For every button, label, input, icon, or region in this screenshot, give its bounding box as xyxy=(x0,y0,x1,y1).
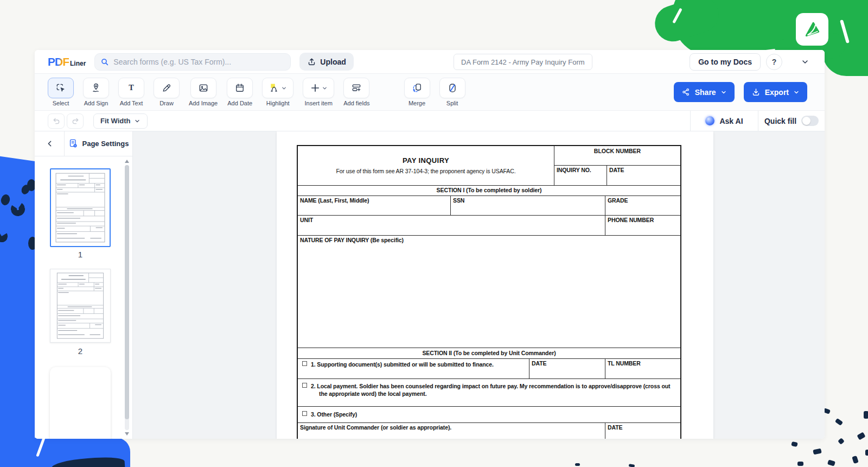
redo-button[interactable] xyxy=(67,113,84,129)
chevron-down-icon xyxy=(720,89,727,96)
section1-header: SECTION I (To be completed by soldier) xyxy=(298,186,680,195)
chevron-left-icon xyxy=(45,139,54,148)
item2-checkbox[interactable] xyxy=(302,383,307,388)
grade-field: GRADE xyxy=(605,196,680,215)
item3-checkbox[interactable] xyxy=(302,411,307,416)
split-icon xyxy=(439,78,465,98)
chevron-down-icon xyxy=(793,89,800,96)
page-thumbnail-list: 1 2 xyxy=(35,156,132,439)
item1-tl-number-field: TL NUMBER xyxy=(605,359,680,378)
page-thumbnail-3[interactable] xyxy=(50,367,111,439)
item1-checkbox[interactable] xyxy=(302,361,307,366)
account-chevron-down-icon[interactable] xyxy=(801,58,809,66)
scroll-up-arrow[interactable] xyxy=(125,160,129,163)
ask-ai-button[interactable]: Ask AI xyxy=(690,111,758,131)
highlight-marker-icon xyxy=(262,78,293,98)
quick-fill-toggle[interactable] xyxy=(801,116,819,126)
svg-text:T: T xyxy=(129,83,134,92)
document-page[interactable]: PAY INQUIRY For use of this form see AR … xyxy=(277,131,713,439)
app-header: PDF Liner Upload DA Form 2142 - Army Pay… xyxy=(35,50,825,74)
item1-date-field: DATE xyxy=(529,359,605,378)
page-settings-tab[interactable]: Page Settings xyxy=(64,131,132,156)
tool-insert-item[interactable]: Insert item xyxy=(303,78,334,106)
pdfliner-app: PDF Liner Upload DA Form 2142 - Army Pay… xyxy=(35,50,825,439)
signature-date-field: DATE xyxy=(605,423,680,439)
tool-highlight[interactable]: Highlight xyxy=(262,78,293,106)
scroll-down-arrow[interactable] xyxy=(125,432,129,436)
item2-label: 2. Local payment. Soldier has been couns… xyxy=(311,382,678,397)
tool-add-sign[interactable]: Add Sign xyxy=(83,78,109,106)
chevron-down-icon xyxy=(134,118,141,124)
draw-pen-icon xyxy=(154,78,180,98)
pdfliner-logo-icon xyxy=(796,13,828,46)
document-title-chip: DA Form 2142 - Army Pay Inquiry Form xyxy=(454,54,592,70)
zoom-mode-dropdown[interactable]: Fit Width xyxy=(93,113,148,129)
signature-field: Signature of Unit Commander (or soldier … xyxy=(298,423,605,439)
search-input[interactable] xyxy=(113,58,285,66)
help-button[interactable]: ? xyxy=(766,54,782,70)
inquiry-no-label: INQUIRY NO. xyxy=(554,166,607,185)
quick-fill-control: Quick fill xyxy=(758,111,825,131)
tool-merge[interactable]: Merge xyxy=(404,78,430,106)
item3-label: 3. Other (Specify) xyxy=(311,411,357,418)
chevron-down-icon xyxy=(281,85,287,91)
undo-button[interactable] xyxy=(48,113,65,129)
add-text-icon: T xyxy=(118,78,144,98)
tool-add-image[interactable]: Add Image xyxy=(189,78,218,106)
view-toolbar: Fit Width Ask AI Quick fill xyxy=(35,111,825,131)
inquiry-date-label: DATE xyxy=(607,166,680,185)
item1-label: 1. Supporting document(s) submitted or w… xyxy=(311,361,494,368)
add-fields-icon xyxy=(343,78,369,98)
section2-header: SECTION II (To be completed by Unit Comm… xyxy=(298,348,680,358)
add-sign-icon xyxy=(83,78,109,98)
logo-pdf-text: PDF xyxy=(48,55,69,68)
form-subtitle: For use of this form see AR 37-104-3; th… xyxy=(336,168,515,175)
tool-add-date[interactable]: Add Date xyxy=(227,78,253,106)
document-canvas[interactable]: PAY INQUIRY For use of this form see AR … xyxy=(133,131,825,439)
page-thumbnail-2[interactable] xyxy=(50,269,111,343)
sidebar-collapse-button[interactable] xyxy=(35,139,64,148)
phone-number-field: PHONE NUMBER xyxy=(605,216,680,235)
nature-of-pay-inquiry-field: NATURE OF PAY INQUIRY (Be specific) xyxy=(298,236,680,348)
page-thumbnail-1[interactable] xyxy=(50,168,111,247)
search-bar[interactable] xyxy=(94,53,291,71)
page-number-1: 1 xyxy=(50,250,111,259)
chevron-down-icon xyxy=(322,85,328,91)
ssn-field: SSN xyxy=(450,196,605,215)
editor-toolbar: Select Add Sign T Add Text Draw Add Imag… xyxy=(35,74,825,111)
upload-button[interactable]: Upload xyxy=(299,53,353,71)
page-number-2: 2 xyxy=(50,346,111,356)
tool-add-fields[interactable]: Add fields xyxy=(343,78,369,106)
block-number-label: BLOCK NUMBER xyxy=(554,146,680,165)
add-date-calendar-icon xyxy=(227,78,253,98)
share-button[interactable]: Share xyxy=(674,82,735,102)
add-image-icon xyxy=(190,78,216,98)
unit-field: UNIT xyxy=(298,216,605,235)
merge-icon xyxy=(404,78,430,98)
upload-icon xyxy=(307,57,316,66)
page-settings-icon xyxy=(68,138,79,149)
export-button[interactable]: Export xyxy=(744,82,807,102)
pdfliner-logo[interactable]: PDF Liner xyxy=(48,55,86,68)
tool-select[interactable]: Select xyxy=(48,78,74,106)
pages-sidebar: Page Settings 1 xyxy=(35,131,133,439)
document-title: DA Form 2142 - Army Pay Inquiry Form xyxy=(461,58,585,66)
pay-inquiry-form: PAY INQUIRY For use of this form see AR … xyxy=(297,145,681,439)
search-icon xyxy=(100,58,109,66)
tool-draw[interactable]: Draw xyxy=(154,78,180,106)
name-field: NAME (Last, First, Middle) xyxy=(298,196,450,215)
tool-add-text[interactable]: T Add Text xyxy=(118,78,144,106)
share-icon xyxy=(681,87,691,97)
thumbnail-scrollbar[interactable] xyxy=(124,159,130,437)
insert-item-plus-icon xyxy=(303,78,334,98)
form-title: PAY INQUIRY xyxy=(403,156,449,165)
ask-ai-orb-icon xyxy=(705,116,714,125)
logo-liner-text: Liner xyxy=(70,60,86,67)
upload-label: Upload xyxy=(320,58,346,66)
scrollbar-thumb[interactable] xyxy=(125,165,129,419)
tool-split[interactable]: Split xyxy=(439,78,465,106)
download-icon xyxy=(751,87,761,97)
select-icon xyxy=(48,78,74,98)
go-to-my-docs-button[interactable]: Go to my Docs xyxy=(690,53,761,71)
